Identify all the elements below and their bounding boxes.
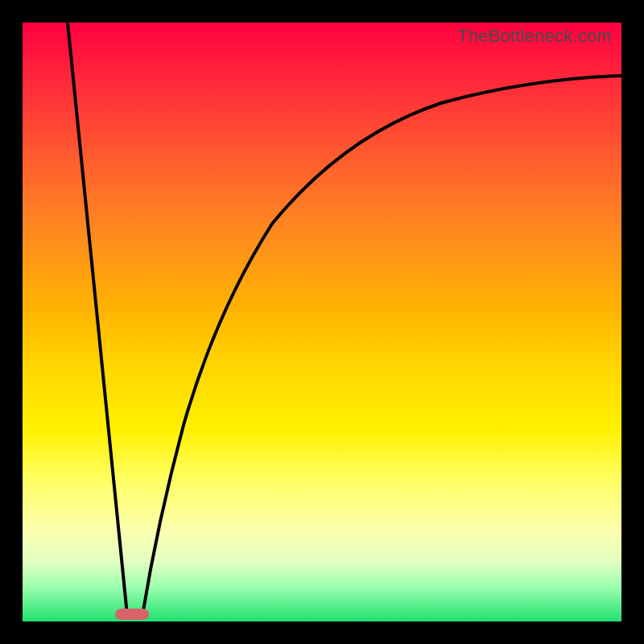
curve-right-branch (142, 76, 621, 615)
bottleneck-marker (115, 609, 149, 620)
curve-layer (23, 23, 621, 621)
plot-area: TheBottleneck.com (23, 23, 621, 621)
chart-frame: TheBottleneck.com (0, 0, 644, 644)
curve-left-branch (68, 23, 127, 615)
